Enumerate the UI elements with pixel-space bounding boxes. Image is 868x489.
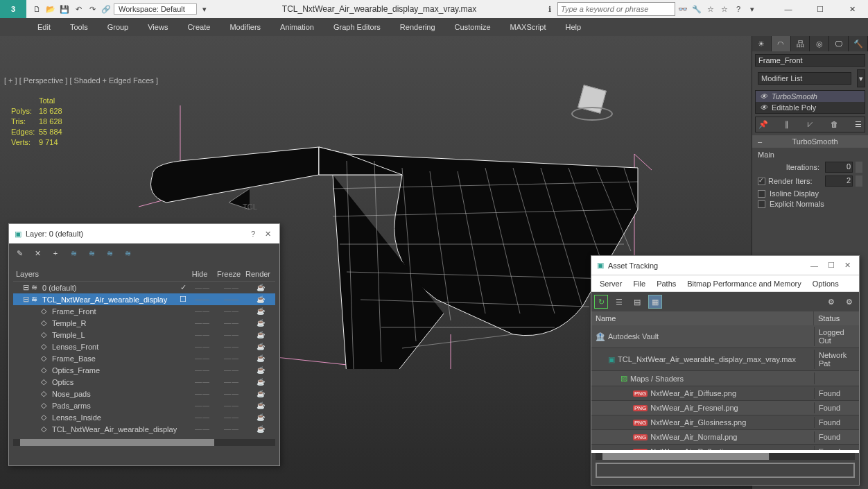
motion-tab[interactable]: ◎ — [810, 36, 829, 51]
layer-row[interactable]: ◇Temple_R————☕ — [13, 317, 275, 329]
modifier-stack-item[interactable]: 👁TurboSmooth — [756, 91, 865, 102]
remove-mod-icon[interactable]: 🗑 — [831, 120, 838, 129]
wrench-icon[interactable]: 🔧 — [691, 3, 703, 15]
display-tab[interactable]: 🖵 — [829, 36, 849, 51]
eye-icon[interactable]: 👁 — [760, 103, 767, 112]
layer-row[interactable]: ◇Optics_Frame————☕ — [13, 364, 275, 376]
make-unique-icon[interactable]: ⩗ — [806, 120, 814, 129]
utilities-tab[interactable]: 🔨 — [849, 36, 868, 51]
maximize-button[interactable]: ☐ — [804, 0, 836, 18]
asset-menu-file[interactable]: File — [627, 277, 651, 290]
help-icon[interactable]: ? — [732, 3, 745, 15]
asset-col-status[interactable]: Status — [814, 311, 859, 325]
menu-tools[interactable]: Tools — [60, 20, 98, 34]
search-input[interactable] — [557, 2, 675, 16]
object-name-field[interactable]: Frame_Front — [755, 54, 865, 67]
modifier-dropdown-button[interactable]: ▾ — [857, 69, 865, 87]
asset-maximize-button[interactable]: ☐ — [825, 261, 837, 270]
list-view-icon[interactable]: ▤ — [630, 295, 644, 309]
save-icon[interactable]: 💾 — [58, 3, 71, 15]
menu-edit[interactable]: Edit — [28, 20, 60, 34]
select-layer-icon[interactable]: ≋ — [67, 247, 80, 259]
menu-group[interactable]: Group — [98, 20, 139, 34]
menu-help[interactable]: Help — [556, 20, 591, 34]
highlight-layer-icon[interactable]: ≋ — [85, 247, 98, 259]
menu-graph-editors[interactable]: Graph Editors — [324, 20, 390, 34]
layer-col-hide[interactable]: Hide — [185, 270, 214, 278]
menu-rendering[interactable]: Rendering — [390, 20, 445, 34]
asset-options-icon[interactable]: ⚙ — [842, 295, 856, 309]
asset-settings-icon[interactable]: ⚙ — [824, 295, 838, 309]
explicit-checkbox[interactable] — [758, 200, 765, 208]
asset-row[interactable]: PNG NxtWear_Air_Normal.pngFound — [591, 430, 859, 445]
table-view-icon[interactable]: ▦ — [648, 295, 662, 309]
modifier-list-dropdown[interactable]: Modifier List — [758, 72, 851, 85]
menu-customize[interactable]: Customize — [445, 20, 501, 34]
hierarchy-tab[interactable]: 品 — [791, 36, 810, 51]
asset-row[interactable]: 🏦 Autodesk VaultLogged Out — [591, 325, 859, 348]
create-tab[interactable]: ☀ — [752, 36, 772, 51]
layer-close-button[interactable]: ✕ — [262, 230, 274, 239]
asset-row[interactable]: PNG NxtWear_Air_Reflection.pngFound — [591, 445, 859, 450]
tree-view-icon[interactable]: ☰ — [612, 295, 626, 309]
pin-stack-icon[interactable]: 📌 — [758, 120, 768, 129]
undo-icon[interactable]: ↶ — [72, 3, 85, 15]
asset-menu-bitmap-performance-and-memory[interactable]: Bitmap Performance and Memory — [682, 277, 806, 290]
layer-scrollbar-thumb[interactable] — [20, 439, 214, 446]
asset-minimize-button[interactable]: — — [808, 261, 821, 270]
menu-modifiers[interactable]: Modifiers — [220, 20, 270, 34]
modifier-stack[interactable]: 👁TurboSmooth👁Editable Poly — [755, 90, 865, 114]
layer-row[interactable]: ◇Temple_L————☕ — [13, 329, 275, 341]
new-icon[interactable]: 🗋 — [31, 3, 43, 15]
menu-create[interactable]: Create — [177, 20, 220, 34]
layer-row[interactable]: ⊟≋TCL_NxtWear_Air_wearable_display☐————☕ — [13, 293, 275, 305]
iterations-spinner[interactable]: 0 — [825, 162, 853, 173]
layer-col-freeze[interactable]: Freeze — [214, 270, 243, 278]
configure-icon[interactable]: ☰ — [855, 120, 862, 129]
asset-menu-options[interactable]: Options — [807, 277, 844, 290]
star2-icon[interactable]: ☆ — [718, 3, 731, 15]
asset-path-input[interactable] — [596, 463, 855, 478]
layer-row[interactable]: ◇Frame_Base————☕ — [13, 352, 275, 364]
new-layer-icon[interactable]: ✎ — [13, 247, 26, 259]
layer-help-button[interactable]: ? — [248, 230, 258, 238]
minimize-button[interactable]: — — [772, 0, 804, 18]
app-logo-icon[interactable]: 3 — [0, 0, 26, 18]
asset-col-name[interactable]: Name — [591, 311, 814, 325]
asset-row[interactable]: PNG NxtWear_Air_Diffuse.pngFound — [591, 386, 859, 401]
asset-row[interactable]: PNG NxtWear_Air_Fresnel.pngFound — [591, 401, 859, 415]
asset-row[interactable]: PNG NxtWear_Air_Glosiness.pngFound — [591, 415, 859, 430]
eye-icon[interactable]: 👁 — [760, 92, 767, 101]
refresh-icon[interactable]: ↻ — [594, 295, 608, 309]
redo-icon[interactable]: ↷ — [86, 3, 98, 15]
layer-row[interactable]: ◇TCL_NxtWear_Air_wearable_display————☕ — [13, 423, 275, 435]
asset-titlebar[interactable]: ▣ Asset Tracking — ☐ ✕ — [591, 256, 859, 275]
close-button[interactable]: ✕ — [836, 0, 868, 18]
modifier-stack-item[interactable]: 👁Editable Poly — [756, 102, 865, 113]
workspace-dropdown[interactable]: Workspace: Default — [114, 3, 197, 15]
layer-col-render[interactable]: Render — [243, 270, 272, 278]
search-icon[interactable]: 👓 — [677, 3, 689, 15]
layer-row[interactable]: ⊟≋0 (default)✓————☕ — [13, 282, 275, 293]
modify-tab[interactable]: ◠ — [772, 36, 791, 51]
asset-menu-server[interactable]: Server — [594, 277, 627, 290]
layer-row[interactable]: ◇Pads_arms————☕ — [13, 400, 275, 411]
help-drop-icon[interactable]: ▾ — [746, 3, 758, 15]
isoline-checkbox[interactable] — [758, 190, 765, 198]
freeze-layer-icon[interactable]: ≋ — [121, 247, 134, 259]
asset-row[interactable]: ▣ TCL_NxtWear_Air_wearable_display_max_v… — [591, 348, 859, 371]
asset-row[interactable]: ▨ Maps / Shaders — [591, 371, 859, 386]
iterations-spin-buttons[interactable] — [856, 162, 862, 173]
layer-row[interactable]: ◇Lenses_Inside————☕ — [13, 411, 275, 423]
asset-close-button[interactable]: ✕ — [842, 261, 853, 270]
add-to-layer-icon[interactable]: + — [49, 247, 62, 259]
render-iters-spin-buttons[interactable] — [856, 175, 862, 187]
asset-scrollbar-thumb[interactable] — [602, 453, 769, 460]
star-icon[interactable]: ☆ — [704, 3, 717, 15]
rollout-header[interactable]: – TurboSmooth — [752, 135, 868, 148]
info-icon[interactable]: ℹ — [544, 3, 556, 15]
layer-row[interactable]: ◇Nose_pads————☕ — [13, 388, 275, 400]
layer-scrollbar[interactable] — [13, 439, 275, 446]
show-end-icon[interactable]: ∥ — [785, 120, 789, 129]
layer-row[interactable]: ◇Optics————☕ — [13, 376, 275, 388]
